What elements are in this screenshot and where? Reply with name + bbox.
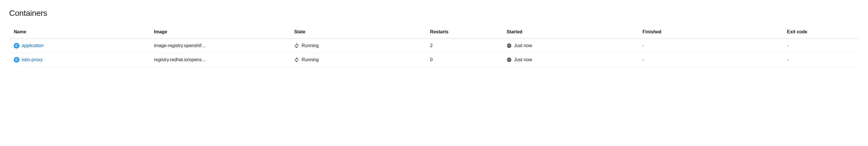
container-restarts: 0 — [425, 53, 502, 67]
sync-icon — [294, 57, 299, 63]
col-header-started[interactable]: Started — [502, 26, 638, 39]
globe-icon — [506, 57, 512, 63]
container-name-link[interactable]: istio-proxy — [22, 57, 43, 63]
container-finished: - — [638, 39, 782, 53]
container-badge-icon: C — [14, 43, 20, 49]
containers-table: Name Image State Restarts Started Finish… — [9, 26, 859, 67]
container-state: Running — [302, 57, 319, 63]
section-title: Containers — [9, 9, 859, 18]
container-started: Just now — [514, 57, 532, 63]
table-row: C application image-registry.openshif… R… — [9, 39, 859, 53]
container-badge-icon: C — [14, 57, 20, 63]
globe-icon — [506, 43, 512, 48]
sync-icon — [294, 43, 299, 48]
col-header-state[interactable]: State — [289, 26, 425, 39]
container-finished: - — [638, 53, 782, 67]
col-header-restarts[interactable]: Restarts — [425, 26, 502, 39]
col-header-exitcode[interactable]: Exit code — [782, 26, 859, 39]
container-exitcode: - — [782, 53, 859, 67]
col-header-image[interactable]: Image — [150, 26, 290, 39]
container-image: registry.redhat.io/opens… — [150, 53, 290, 67]
container-state: Running — [302, 43, 319, 48]
container-started: Just now — [514, 43, 532, 48]
table-row: C istio-proxy registry.redhat.io/opens… … — [9, 53, 859, 67]
container-exitcode: - — [782, 39, 859, 53]
col-header-name[interactable]: Name — [9, 26, 150, 39]
container-image: image-registry.openshif… — [150, 39, 290, 53]
col-header-finished[interactable]: Finished — [638, 26, 782, 39]
container-restarts: 2 — [425, 39, 502, 53]
container-name-link[interactable]: application — [22, 43, 44, 48]
table-header-row: Name Image State Restarts Started Finish… — [9, 26, 859, 39]
